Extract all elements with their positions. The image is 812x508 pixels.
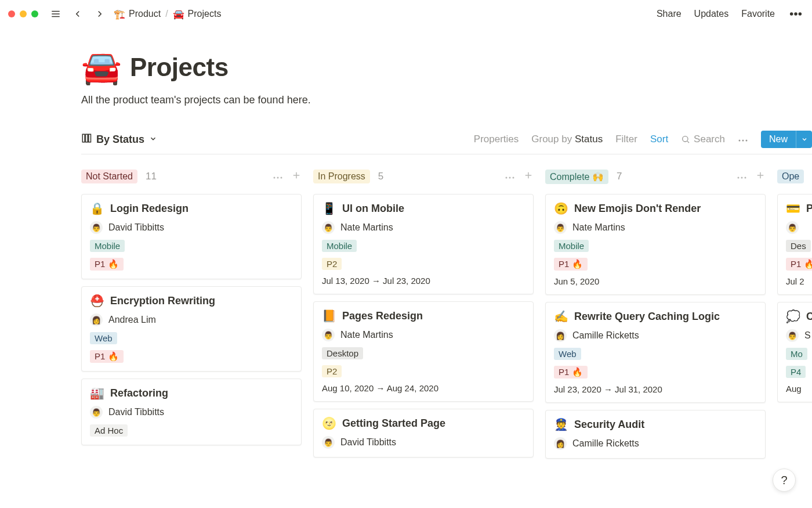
svg-point-19 bbox=[506, 177, 507, 179]
page-description[interactable]: All the product team's projects can be f… bbox=[81, 94, 812, 106]
card-icon: 📙 bbox=[322, 309, 336, 323]
card-priority-row: P1 🔥 bbox=[554, 366, 757, 379]
card-title: Encryption Rewriting bbox=[110, 295, 215, 307]
svg-point-20 bbox=[509, 177, 511, 179]
svg-point-21 bbox=[513, 177, 514, 179]
column-add-icon[interactable] bbox=[523, 170, 534, 183]
board-column: Ope💳P👨DesP1 🔥Jul 2💭C👨SMoP4Aug bbox=[777, 166, 812, 466]
help-button[interactable]: ? bbox=[773, 469, 796, 492]
board-card[interactable]: ✍️Rewrite Query Caching Logic👩Camille Ri… bbox=[545, 302, 766, 403]
share-button[interactable]: Share bbox=[657, 9, 682, 19]
card-icon: 🙃 bbox=[554, 201, 568, 215]
card-title: P bbox=[806, 203, 812, 215]
new-button-label: New bbox=[761, 131, 796, 148]
filter-button[interactable]: Filter bbox=[615, 134, 637, 145]
sort-button[interactable]: Sort bbox=[650, 134, 668, 145]
card-tags: Web bbox=[554, 348, 757, 360]
card-priority-row: P4 bbox=[786, 366, 812, 378]
search-button[interactable]: Search bbox=[681, 134, 725, 145]
assignee-name: Nate Martins bbox=[340, 330, 393, 340]
more-icon[interactable] bbox=[788, 6, 804, 22]
board-column: Complete 🙌7🙃New Emojis Don't Render👨Nate… bbox=[545, 166, 766, 466]
close-window[interactable] bbox=[8, 10, 15, 17]
column-count: 7 bbox=[617, 171, 622, 182]
column-header: Complete 🙌7 bbox=[545, 166, 766, 187]
breadcrumb-label: Product bbox=[129, 9, 161, 19]
svg-rect-8 bbox=[89, 134, 91, 142]
board-card[interactable]: 🏭Refactoring👨David TibbittsAd Hoc bbox=[81, 379, 302, 445]
tag-chip: Ad Hoc bbox=[90, 424, 128, 437]
column-add-icon[interactable] bbox=[755, 170, 766, 183]
chevron-down-icon bbox=[149, 134, 157, 146]
back-icon[interactable] bbox=[70, 6, 86, 22]
properties-button[interactable]: Properties bbox=[474, 134, 519, 145]
menu-icon[interactable] bbox=[48, 6, 64, 22]
search-label: Search bbox=[694, 134, 725, 145]
tag-chip: Mobile bbox=[554, 240, 589, 252]
card-priority-row: P1 🔥 bbox=[554, 258, 757, 271]
card-title: Pages Redesign bbox=[342, 310, 423, 322]
svg-point-25 bbox=[741, 177, 743, 179]
board-card[interactable]: 💭C👨SMoP4Aug bbox=[777, 302, 812, 402]
column-label[interactable]: Complete 🙌 bbox=[545, 170, 608, 184]
board-card[interactable]: 🙃New Emojis Don't Render👨Nate MartinsMob… bbox=[545, 194, 766, 295]
new-button-dropdown[interactable] bbox=[796, 131, 812, 148]
view-more-icon[interactable] bbox=[738, 134, 748, 145]
tag-chip: Des bbox=[786, 240, 811, 252]
updates-button[interactable]: Updates bbox=[694, 9, 729, 19]
board-card[interactable]: 🌝Getting Started Page👨David Tibbitts bbox=[313, 409, 534, 457]
maximize-window[interactable] bbox=[31, 10, 38, 17]
column-label[interactable]: Not Started bbox=[81, 170, 137, 183]
column-add-icon[interactable] bbox=[291, 170, 302, 183]
card-title: Security Audit bbox=[574, 419, 644, 431]
card-tags: Ad Hoc bbox=[90, 424, 293, 437]
favorite-button[interactable]: Favorite bbox=[741, 9, 775, 19]
board-card[interactable]: ⛑️Encryption Rewriting👩Andrea LimWebP1 🔥 bbox=[81, 286, 302, 372]
card-assignee: 👨 bbox=[786, 221, 812, 234]
column-label[interactable]: In Progress bbox=[313, 170, 370, 183]
column-label[interactable]: Ope bbox=[777, 170, 804, 183]
minimize-window[interactable] bbox=[20, 10, 27, 17]
board-card[interactable]: 📙Pages Redesign👨Nate MartinsDesktopP2Aug… bbox=[313, 301, 534, 402]
svg-point-11 bbox=[738, 140, 740, 142]
card-title: UI on Mobile bbox=[342, 203, 404, 215]
priority-chip: P2 bbox=[322, 365, 342, 377]
breadcrumb-item-product[interactable]: 🏗️ Product bbox=[114, 9, 161, 20]
board-card[interactable]: 👮Security Audit👩Camille Ricketts bbox=[545, 410, 766, 459]
priority-chip: P4 bbox=[786, 366, 806, 378]
column-count: 5 bbox=[378, 171, 383, 182]
breadcrumb-item-projects[interactable]: 🚘 Projects bbox=[173, 9, 222, 20]
tag-chip: Mobile bbox=[90, 240, 125, 252]
card-icon: 👮 bbox=[554, 417, 568, 431]
svg-rect-6 bbox=[82, 134, 85, 142]
card-tags: Mobile bbox=[322, 240, 525, 252]
card-title: Getting Started Page bbox=[342, 417, 445, 430]
column-more-icon[interactable] bbox=[737, 171, 747, 182]
svg-point-9 bbox=[683, 136, 688, 142]
new-button[interactable]: New bbox=[761, 131, 812, 148]
card-title: New Emojis Don't Render bbox=[574, 203, 701, 215]
board-card[interactable]: 🔒Login Redesign👨David TibbittsMobileP1 🔥 bbox=[81, 194, 302, 279]
card-title: C bbox=[806, 311, 812, 323]
column-more-icon[interactable] bbox=[273, 171, 283, 182]
window-controls bbox=[8, 10, 38, 17]
card-priority-row: P2 bbox=[322, 365, 525, 377]
groupby-button[interactable]: Group by Status bbox=[531, 134, 603, 145]
card-tags: Des bbox=[786, 240, 812, 252]
forward-icon[interactable] bbox=[92, 6, 108, 22]
board-card[interactable]: 💳P👨DesP1 🔥Jul 2 bbox=[777, 194, 812, 295]
tag-chip: Mobile bbox=[322, 240, 357, 252]
column-count: 11 bbox=[146, 171, 157, 182]
assignee-name: S bbox=[804, 330, 811, 341]
page-title[interactable]: Projects bbox=[130, 53, 229, 82]
page-icon[interactable]: 🚘 bbox=[81, 51, 122, 84]
board-card[interactable]: 📱UI on Mobile👨Nate MartinsMobileP2Jul 13… bbox=[313, 194, 534, 294]
card-assignee: 👩Andrea Lim bbox=[90, 314, 293, 326]
view-selector[interactable]: By Status bbox=[81, 133, 157, 146]
card-icon: 💭 bbox=[786, 309, 800, 323]
assignee-name: David Tibbitts bbox=[340, 437, 396, 448]
column-more-icon[interactable] bbox=[505, 171, 515, 182]
board: Not Started11🔒Login Redesign👨David Tibbi… bbox=[81, 166, 812, 466]
assignee-name: David Tibbitts bbox=[108, 407, 164, 417]
groupby-prefix: Group by bbox=[531, 134, 575, 145]
